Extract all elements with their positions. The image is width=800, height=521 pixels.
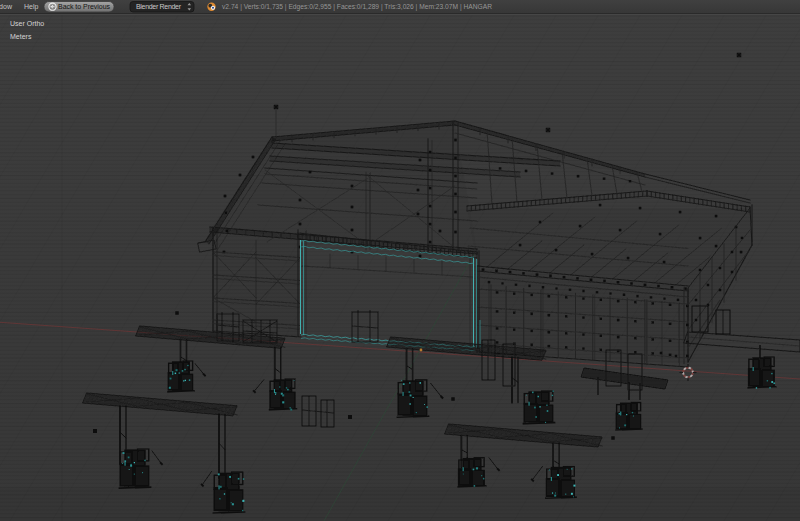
svg-text:Meters: Meters — [10, 33, 32, 40]
svg-text:Blender Render: Blender Render — [136, 3, 182, 10]
svg-text:Back to Previous: Back to Previous — [58, 3, 111, 10]
svg-text:User Ortho: User Ortho — [10, 20, 44, 27]
svg-text:dow: dow — [0, 3, 13, 10]
svg-text:v2.74 | Verts:0/1,735 | Edges:: v2.74 | Verts:0/1,735 | Edges:0/2,955 | … — [222, 3, 492, 11]
svg-text:Help: Help — [24, 3, 39, 11]
